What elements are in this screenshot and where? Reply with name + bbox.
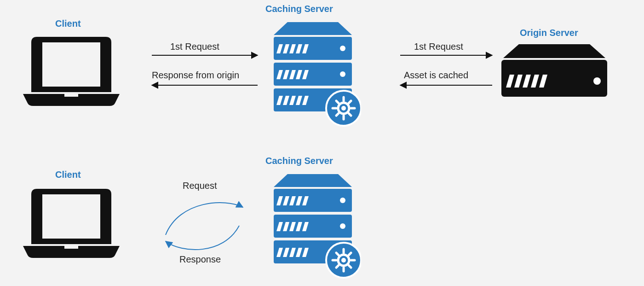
label-client-to-cache: 1st Request [170, 41, 219, 52]
label-loop-response: Response [179, 254, 221, 265]
label-loop-request: Request [183, 181, 217, 191]
label-cache-to-client: Response from origin [152, 70, 239, 81]
label-cache-to-origin: 1st Request [414, 41, 463, 52]
label-origin-to-cache: Asset is cached [404, 70, 468, 81]
diagram-stage: Client Caching Server Origin Server Clie… [0, 0, 644, 286]
loop-arrow-request [166, 203, 243, 235]
arrows-layer [0, 0, 644, 286]
loop-arrow-response [166, 226, 239, 250]
